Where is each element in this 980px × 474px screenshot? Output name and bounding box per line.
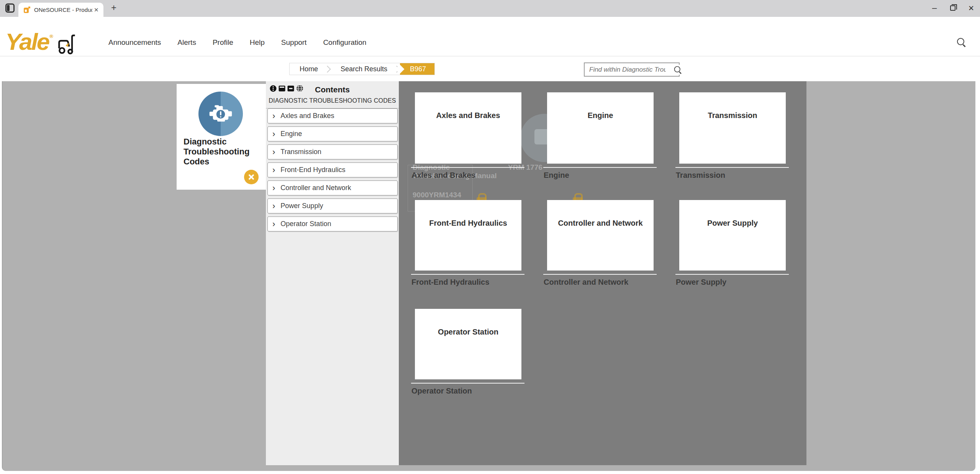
dimmed-page-overlay: Diagnostic Troubleshooting Codes (2, 81, 975, 471)
close-modal-button[interactable] (244, 170, 259, 184)
nav-item-alerts[interactable]: Alerts (177, 38, 196, 47)
find-search-icon[interactable] (673, 65, 683, 75)
close-window-icon[interactable] (965, 4, 977, 13)
tile-title: Front-End Hydraulics (429, 219, 507, 271)
tile-power-supply[interactable]: Power SupplyPower Supply (679, 200, 786, 271)
screen: { "browser": { "tab_title": "ONeSOURCE -… (0, 0, 980, 474)
tile-transmission[interactable]: TransmissionTransmission (679, 92, 786, 164)
main-nav: AnnouncementsAlertsProfileHelpSupportCon… (108, 29, 366, 56)
contents-item-label: Engine (280, 130, 302, 138)
tile-underline (411, 274, 524, 275)
product-card: Diagnostic Troubleshooting Codes (177, 84, 266, 190)
registered-mark: ® (49, 33, 53, 39)
contents-item-label: Controller and Network (280, 184, 351, 192)
nav-item-profile[interactable]: Profile (213, 38, 233, 47)
contents-toolbar (270, 85, 303, 92)
contents-item-transmission[interactable]: Transmission (267, 144, 398, 159)
breadcrumb-item-search-results[interactable]: Search Results (331, 63, 397, 75)
info-icon[interactable] (270, 85, 277, 92)
tile-underline (543, 167, 657, 168)
panel-icon[interactable] (279, 85, 285, 92)
tile-underline (411, 383, 524, 384)
tile-caption: Front-End Hydraulics (411, 278, 489, 287)
tab-close-icon[interactable] (94, 7, 99, 13)
tile-card[interactable]: Engine (547, 92, 654, 164)
tile-caption: Axles and Brakes (411, 171, 475, 180)
nav-item-announcements[interactable]: Announcements (108, 38, 161, 47)
faded-text: 9000YRM1434 (413, 191, 461, 199)
tile-caption: Transmission (676, 171, 725, 180)
contents-item-label: Transmission (280, 148, 321, 156)
breadcrumb-item-home[interactable]: Home (290, 63, 328, 75)
tile-card[interactable]: Controller and Network (547, 200, 654, 271)
chevron-right-icon (272, 148, 275, 156)
collapse-icon[interactable] (287, 85, 294, 92)
yale-logo-text: Yale (5, 30, 49, 54)
nav-item-configuration[interactable]: Configuration (323, 38, 366, 47)
chevron-right-icon (272, 130, 275, 138)
chevron-right-icon (272, 166, 275, 174)
tile-engine[interactable]: EngineEngine (547, 92, 654, 164)
tab-actions-icon[interactable] (5, 3, 15, 13)
breadcrumb-item-b967[interactable]: B967 (400, 63, 434, 75)
chevron-right-icon (272, 112, 275, 120)
tile-card[interactable]: Operator Station (415, 309, 521, 379)
tile-caption: Engine (544, 171, 569, 180)
contents-item-axles-and-brakes[interactable]: Axles and Brakes (267, 108, 398, 123)
tile-caption: Controller and Network (544, 278, 628, 287)
onesource-favicon-icon (24, 7, 30, 13)
tile-front-end-hydraulics[interactable]: Front-End HydraulicsFront-End Hydraulics (415, 200, 521, 271)
tile-card[interactable]: Front-End Hydraulics (415, 200, 521, 271)
contents-item-label: Front-End Hydraulics (280, 166, 345, 174)
tile-underline (543, 274, 657, 275)
forklift-icon (56, 32, 78, 55)
nav-item-support[interactable]: Support (281, 38, 307, 47)
breadcrumb-row: HomeSearch ResultsB967 (0, 56, 980, 81)
breadcrumb: HomeSearch ResultsB967 (289, 63, 435, 75)
find-within-input[interactable] (584, 62, 680, 77)
contents-subtitle: DIAGNOSTIC TROUBLESHOOTING CODES (266, 94, 399, 104)
contents-accordion: Axles and BrakesEngineTransmissionFront-… (267, 108, 398, 235)
contents-item-power-supply[interactable]: Power Supply (267, 198, 398, 213)
chevron-right-icon (272, 220, 275, 228)
modal-grid-area: Diagnostic Troubleshooting Manual YRM 17… (399, 81, 806, 465)
address-bar-row: localhost:9999/products/yale/us/b967?sea… (0, 17, 980, 29)
yale-logo[interactable]: Yale ® (5, 30, 78, 55)
contents-item-front-end-hydraulics[interactable]: Front-End Hydraulics (267, 162, 398, 177)
browser-tab[interactable]: ONeSOURCE - Product Details - B (18, 3, 103, 17)
engine-warning-icon (198, 92, 243, 136)
tile-controller-and-network[interactable]: Controller and NetworkController and Net… (547, 200, 654, 271)
contents-item-label: Axles and Brakes (280, 112, 334, 120)
tile-title: Transmission (708, 111, 757, 164)
tile-underline (411, 167, 524, 168)
tile-underline (675, 274, 789, 275)
find-within-search (584, 62, 680, 77)
tile-caption: Operator Station (411, 387, 472, 395)
tab-title: ONeSOURCE - Product Details - B (34, 7, 92, 13)
window-controls (929, 2, 977, 15)
tile-title: Axles and Brakes (436, 111, 500, 164)
contents-item-label: Power Supply (280, 202, 323, 210)
tile-title: Power Supply (707, 219, 758, 271)
restore-icon[interactable] (950, 5, 955, 11)
tile-underline (675, 167, 789, 168)
contents-item-engine[interactable]: Engine (267, 126, 398, 141)
tile-title: Operator Station (438, 328, 498, 379)
globe-icon[interactable] (296, 85, 303, 92)
tile-card[interactable]: Transmission (679, 92, 786, 164)
contents-item-controller-and-network[interactable]: Controller and Network (267, 180, 398, 195)
nav-item-help[interactable]: Help (250, 38, 265, 47)
tile-axles-and-brakes[interactable]: Axles and BrakesAxles and Brakes (415, 92, 521, 164)
header-search-icon[interactable] (956, 37, 967, 48)
product-title: Diagnostic Troubleshooting Codes (184, 137, 266, 167)
chevron-right-icon (272, 202, 275, 210)
tile-title: Engine (588, 111, 613, 164)
minimize-icon[interactable] (929, 3, 940, 13)
tile-card[interactable]: Power Supply (679, 200, 786, 271)
browser-tab-strip: ONeSOURCE - Product Details - B (0, 0, 980, 17)
contents-item-operator-station[interactable]: Operator Station (267, 216, 398, 231)
tile-card[interactable]: Axles and Brakes (415, 92, 521, 164)
new-tab-button[interactable] (109, 3, 119, 13)
app-header: Yale ® AnnouncementsAlertsProfileHelpSup… (0, 29, 980, 56)
tile-operator-station[interactable]: Operator StationOperator Station (415, 309, 521, 379)
